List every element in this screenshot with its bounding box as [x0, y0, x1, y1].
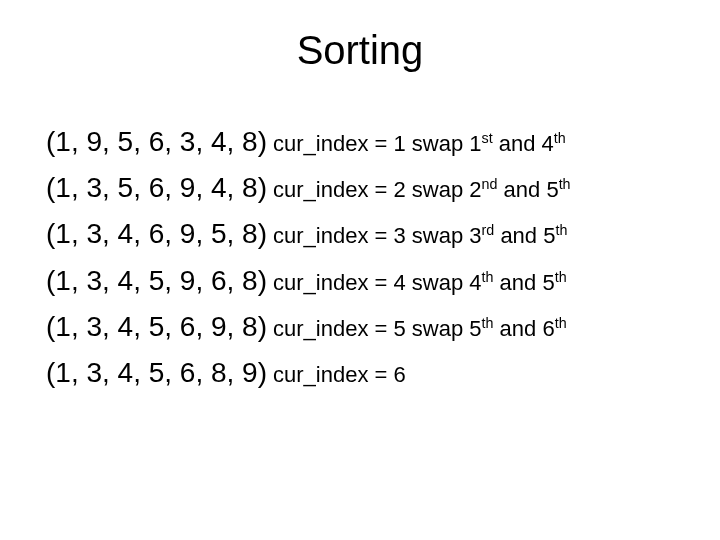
annotation-text: cur_index = 6: [273, 357, 406, 393]
sequence-text: (1, 3, 4, 6, 9, 5, 8): [46, 211, 267, 257]
step-row: (1, 3, 4, 5, 9, 6, 8) cur_index = 4 swap…: [46, 258, 720, 304]
step-row: (1, 3, 5, 6, 9, 4, 8) cur_index = 2 swap…: [46, 165, 720, 211]
step-row: (1, 3, 4, 5, 6, 8, 9) cur_index = 6: [46, 350, 720, 396]
annotation-text: cur_index = 5 swap 5th and 6th: [273, 311, 567, 347]
sequence-text: (1, 3, 5, 6, 9, 4, 8): [46, 165, 267, 211]
sequence-text: (1, 3, 4, 5, 6, 9, 8): [46, 304, 267, 350]
annotation-text: cur_index = 4 swap 4th and 5th: [273, 265, 567, 301]
sequence-text: (1, 9, 5, 6, 3, 4, 8): [46, 119, 267, 165]
step-row: (1, 3, 4, 6, 9, 5, 8) cur_index = 3 swap…: [46, 211, 720, 257]
slide-title: Sorting: [0, 28, 720, 73]
slide-content: (1, 9, 5, 6, 3, 4, 8) cur_index = 1 swap…: [0, 119, 720, 396]
annotation-text: cur_index = 2 swap 2nd and 5th: [273, 172, 571, 208]
step-row: (1, 9, 5, 6, 3, 4, 8) cur_index = 1 swap…: [46, 119, 720, 165]
annotation-text: cur_index = 1 swap 1st and 4th: [273, 126, 566, 162]
sequence-text: (1, 3, 4, 5, 9, 6, 8): [46, 258, 267, 304]
sequence-text: (1, 3, 4, 5, 6, 8, 9): [46, 350, 267, 396]
slide: Sorting (1, 9, 5, 6, 3, 4, 8) cur_index …: [0, 0, 720, 540]
annotation-text: cur_index = 3 swap 3rd and 5th: [273, 218, 567, 254]
step-row: (1, 3, 4, 5, 6, 9, 8) cur_index = 5 swap…: [46, 304, 720, 350]
